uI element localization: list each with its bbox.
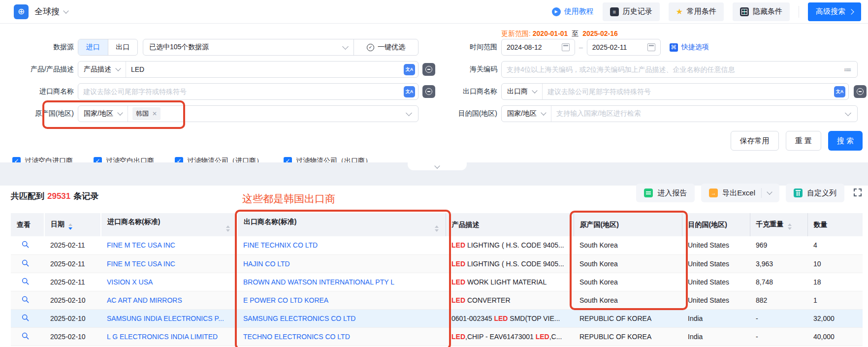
col-header-date[interactable]: 日期 [44, 213, 101, 236]
hs-code-input[interactable] [502, 65, 844, 73]
exporter-link[interactable]: BROWN AND WATSON INTERNATIONAL PTY L [243, 278, 394, 286]
history-button[interactable]: ≡ 历史记录 [603, 2, 660, 21]
update-range-start: 2020-01-01 [533, 30, 568, 37]
exporter-link[interactable]: SAMSUNG ELECTRONICS CO LTD [243, 315, 355, 322]
translate-icon[interactable]: 文A [834, 86, 845, 97]
calendar-icon [647, 43, 655, 51]
exporter-link[interactable]: TECHNO ELECTRONICS CO LTD [243, 333, 350, 341]
destination-type-select[interactable]: 国家/地区 [502, 106, 551, 122]
quick-options-link[interactable]: ⌘ 快捷选项 [670, 43, 709, 52]
quick-options-label: 快捷选项 [681, 43, 709, 52]
col-header-weight[interactable]: 千克重量 [750, 213, 807, 236]
exporter-link[interactable]: HAJIN CO LTD [243, 260, 290, 268]
importer-link[interactable]: L G ELECTRONICS INDIA LIMITED [107, 333, 218, 341]
view-record-button[interactable] [22, 278, 29, 286]
importer-link[interactable]: FINE M TEC USA INC [107, 260, 175, 268]
country-tag-label: 韩国 [136, 109, 149, 118]
view-record-button[interactable] [22, 241, 29, 250]
view-record-button[interactable] [22, 259, 29, 268]
destination-country-field[interactable]: 国家/地区 支持输入国家/地区进行检索 [501, 105, 858, 122]
col-header-product: 产品描述 [446, 213, 574, 236]
quick-options-icon: ⌘ [670, 43, 678, 52]
cell-product: LED CONVERTER [446, 291, 574, 309]
importer-link[interactable]: AC ART AND MIRRORS [107, 296, 182, 304]
importer-link[interactable]: FINE M TEC USA INC [107, 241, 175, 249]
save-common-button[interactable]: 保存常用 [731, 131, 779, 151]
export-options-dropdown[interactable] [761, 188, 772, 198]
product-label: 产品/产品描述 [0, 65, 74, 74]
product-type-value: 产品描述 [84, 65, 111, 74]
table-body: 2025-02-11FINE M TEC USA INCFINE TECHNIX… [11, 236, 863, 346]
data-source-label: 数据源 [0, 43, 74, 52]
table-row: 2025-02-10AC ART AND MIRRORSE POWER CO L… [11, 291, 863, 309]
product-input[interactable] [126, 65, 404, 73]
remove-tag-icon[interactable]: ✕ [152, 110, 157, 117]
search-button[interactable]: 搜 索 [828, 131, 863, 151]
export-excel-button[interactable]: → 导出Excel [701, 184, 779, 202]
sort-icon[interactable] [226, 225, 230, 232]
favorite-conditions-button[interactable]: ★ 常用条件 [669, 2, 724, 21]
results-toolbar: 进入报告 → 导出Excel 自定义列 [636, 184, 863, 202]
reset-button[interactable]: 重 置 [786, 131, 821, 151]
chevron-down-icon [342, 43, 349, 50]
magnifier-icon [22, 296, 29, 303]
importer-link[interactable]: SAMSUNG INDIA ELECTRONICS P... [107, 315, 224, 322]
start-date-value: 2024-08-12 [507, 43, 542, 51]
country-tag-korea: 韩国 ✕ [132, 107, 161, 120]
tutorial-label: 使用教程 [564, 7, 594, 16]
list-icon[interactable]: ≔ [844, 65, 852, 74]
origin-country-field[interactable]: 国家/地区 韩国 ✕ [78, 105, 418, 122]
data-source-select[interactable]: 已选中105个数据源 [143, 39, 354, 55]
magnifier-icon [22, 278, 29, 285]
exclude-filter-button[interactable] [854, 85, 867, 98]
col-header-quantity: 数量 [807, 213, 863, 236]
sort-icon[interactable] [788, 223, 792, 230]
advanced-search-button[interactable]: 高级搜索 [808, 2, 861, 21]
cell-weight: - [750, 309, 807, 327]
translate-icon[interactable]: 文A [404, 86, 415, 97]
one-click-optimize-button[interactable]: ✓ 一键优选 [354, 39, 418, 55]
view-record-button[interactable] [22, 296, 29, 305]
fullscreen-button[interactable] [853, 188, 863, 199]
magnifier-icon [22, 332, 29, 340]
cell-quantity: 40,000 [807, 327, 863, 346]
cell-quantity: 1 [807, 291, 863, 309]
translate-icon[interactable]: 文A [404, 64, 415, 75]
summary-suffix: 条记录 [73, 191, 98, 201]
cell-product: LED LIGHTING ( H.S. CODE 9405... [446, 254, 574, 273]
tab-import[interactable]: 进口 [78, 39, 108, 55]
start-date-input[interactable]: 2024-08-12 [501, 39, 575, 56]
view-record-button[interactable] [22, 332, 29, 341]
col-header-exporter[interactable]: 出口商名称(标准) [237, 213, 446, 236]
importer-input[interactable] [78, 88, 404, 95]
exporter-input[interactable] [543, 88, 834, 95]
exporter-type-select[interactable]: 出口商 [502, 84, 543, 99]
chevron-down-icon [117, 110, 123, 115]
hide-conditions-icon [740, 7, 749, 16]
custom-columns-button[interactable]: 自定义列 [786, 184, 844, 202]
tutorial-link[interactable]: ▶ 使用教程 [552, 7, 594, 16]
importer-link[interactable]: VISION X USA [107, 278, 153, 286]
table-row: 2025-02-10L G ELECTRONICS INDIA LIMITEDT… [11, 327, 863, 346]
exclude-filter-button[interactable] [422, 85, 435, 98]
product-type-select[interactable]: 产品描述 [78, 62, 126, 77]
app-switcher[interactable]: ⊕ 全球搜 [14, 4, 68, 19]
exporter-link[interactable]: FINE TECHNIX CO LTD [243, 241, 318, 249]
import-export-toggle: 进口 出口 [78, 39, 138, 56]
cell-date: 2025-02-11 [44, 236, 101, 254]
exclude-filter-button[interactable] [422, 63, 435, 76]
origin-type-select[interactable]: 国家/地区 [78, 106, 128, 122]
col-header-importer[interactable]: 进口商名称(标准) [101, 213, 237, 236]
end-date-input[interactable]: 2025-02-11 [587, 39, 661, 56]
hide-conditions-button[interactable]: 隐藏条件 [733, 2, 790, 21]
tab-export[interactable]: 出口 [108, 39, 138, 55]
sort-icon[interactable] [435, 225, 439, 232]
columns-icon [794, 189, 803, 197]
collapse-form-button[interactable] [408, 162, 467, 170]
exporter-link[interactable]: E POWER CO LTD KOREA [243, 296, 328, 304]
sort-icon[interactable] [68, 223, 72, 230]
cell-quantity: 10 [807, 254, 863, 273]
enter-report-button[interactable]: 进入报告 [636, 184, 695, 202]
cell-weight: - [750, 327, 807, 346]
view-record-button[interactable] [22, 314, 29, 323]
